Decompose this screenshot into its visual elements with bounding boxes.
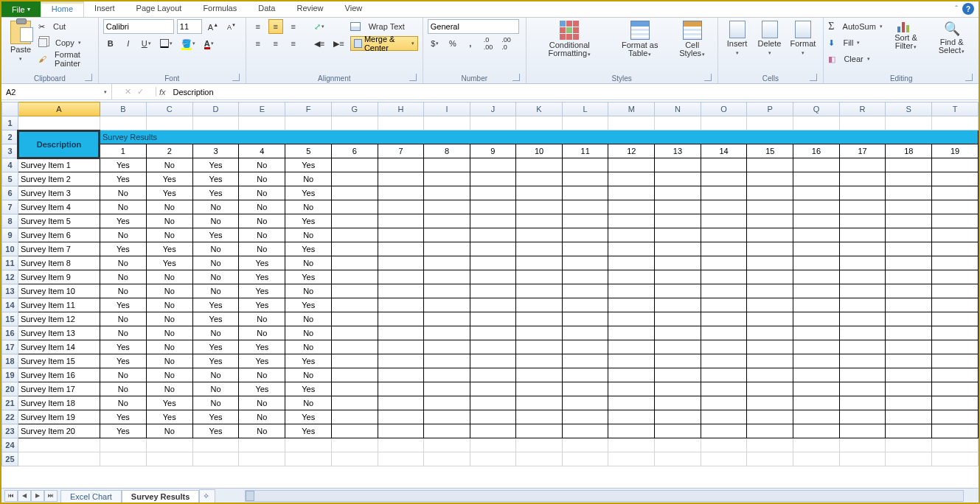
cell[interactable]: 9	[470, 144, 515, 158]
cell[interactable]	[470, 396, 515, 410]
cell[interactable]: 12	[608, 144, 655, 158]
cell[interactable]	[562, 312, 608, 326]
cell[interactable]: Survey Item 17	[18, 382, 100, 396]
cell[interactable]: 18	[886, 144, 932, 158]
cell[interactable]	[839, 200, 886, 214]
cell[interactable]	[747, 382, 793, 396]
cell[interactable]	[424, 242, 470, 256]
sheet-tab-survey-results[interactable]: Survey Results	[122, 490, 199, 503]
cell[interactable]	[470, 298, 515, 312]
cell[interactable]	[932, 452, 979, 466]
cell[interactable]	[470, 270, 515, 284]
cell[interactable]	[655, 228, 701, 242]
row-header[interactable]: 10	[2, 242, 18, 256]
comma-button[interactable]: ,	[463, 36, 478, 51]
cell[interactable]	[562, 424, 608, 438]
cell[interactable]: No	[146, 312, 192, 326]
cell[interactable]	[562, 284, 608, 298]
decrease-font-button[interactable]: A▼	[224, 19, 239, 34]
cell[interactable]	[701, 326, 747, 340]
cell[interactable]	[655, 452, 701, 466]
cell[interactable]	[378, 396, 424, 410]
cell[interactable]	[839, 256, 886, 270]
cell[interactable]: No	[192, 256, 239, 270]
cell[interactable]: Yes	[146, 242, 192, 256]
cell[interactable]	[516, 242, 563, 256]
cell[interactable]	[239, 452, 285, 466]
row-header[interactable]: 23	[2, 424, 18, 438]
cell[interactable]	[424, 438, 470, 452]
cell[interactable]	[839, 270, 886, 284]
cell[interactable]	[562, 186, 608, 200]
increase-indent-button[interactable]: ▶≡	[330, 36, 347, 51]
cell[interactable]	[793, 326, 840, 340]
cell[interactable]	[886, 438, 932, 452]
cell[interactable]	[378, 382, 424, 396]
cell[interactable]: No	[239, 410, 285, 424]
cell[interactable]	[932, 340, 979, 354]
cell[interactable]	[747, 452, 793, 466]
cell[interactable]	[747, 340, 793, 354]
cell[interactable]	[839, 354, 886, 368]
cell[interactable]	[332, 438, 378, 452]
cell[interactable]	[608, 340, 655, 354]
cell[interactable]: Survey Item 15	[18, 354, 100, 368]
cell[interactable]: 11	[562, 144, 608, 158]
cell[interactable]	[886, 424, 932, 438]
cell[interactable]	[793, 312, 840, 326]
cell[interactable]	[100, 438, 146, 452]
cell[interactable]	[655, 382, 701, 396]
cell[interactable]	[516, 200, 563, 214]
cell[interactable]	[562, 354, 608, 368]
cell[interactable]	[839, 452, 886, 466]
cell[interactable]	[378, 270, 424, 284]
paste-button[interactable]: Paste▾	[6, 19, 35, 64]
cell[interactable]: No	[239, 158, 285, 172]
cell[interactable]	[332, 186, 378, 200]
cell[interactable]	[747, 116, 793, 130]
cell[interactable]	[378, 354, 424, 368]
cell[interactable]	[470, 242, 515, 256]
cell[interactable]: No	[239, 172, 285, 186]
cell[interactable]: 13	[655, 144, 701, 158]
cell[interactable]	[516, 256, 563, 270]
cell[interactable]: No	[285, 326, 332, 340]
cell[interactable]	[332, 158, 378, 172]
cell[interactable]	[839, 116, 886, 130]
cell[interactable]	[378, 312, 424, 326]
cell[interactable]	[562, 228, 608, 242]
cell[interactable]: Yes	[100, 158, 146, 172]
cell[interactable]	[701, 172, 747, 186]
cell[interactable]	[932, 312, 979, 326]
cell[interactable]	[932, 298, 979, 312]
cell[interactable]	[793, 284, 840, 298]
cell[interactable]	[378, 368, 424, 382]
row-header[interactable]: 22	[2, 410, 18, 424]
cell[interactable]	[839, 368, 886, 382]
column-header[interactable]: N	[655, 102, 701, 116]
column-header[interactable]: T	[932, 102, 979, 116]
cell[interactable]	[516, 228, 563, 242]
cell[interactable]: Yes	[192, 158, 239, 172]
cell[interactable]: No	[100, 270, 146, 284]
cell[interactable]	[424, 452, 470, 466]
column-header[interactable]: P	[747, 102, 793, 116]
cell[interactable]	[424, 158, 470, 172]
cell[interactable]	[793, 452, 840, 466]
cell[interactable]	[424, 256, 470, 270]
cell[interactable]	[701, 186, 747, 200]
cell[interactable]	[562, 438, 608, 452]
cell[interactable]	[701, 368, 747, 382]
row-header[interactable]: 15	[2, 312, 18, 326]
cell[interactable]	[562, 172, 608, 186]
cell[interactable]	[608, 284, 655, 298]
cell[interactable]	[886, 382, 932, 396]
column-header[interactable]: I	[424, 102, 470, 116]
cell[interactable]	[608, 116, 655, 130]
name-box[interactable]: A2▾	[1, 84, 112, 99]
cell[interactable]: No	[285, 200, 332, 214]
cell[interactable]: Yes	[100, 354, 146, 368]
cell[interactable]	[747, 214, 793, 228]
cell[interactable]	[886, 326, 932, 340]
cell[interactable]: Yes	[146, 396, 192, 410]
